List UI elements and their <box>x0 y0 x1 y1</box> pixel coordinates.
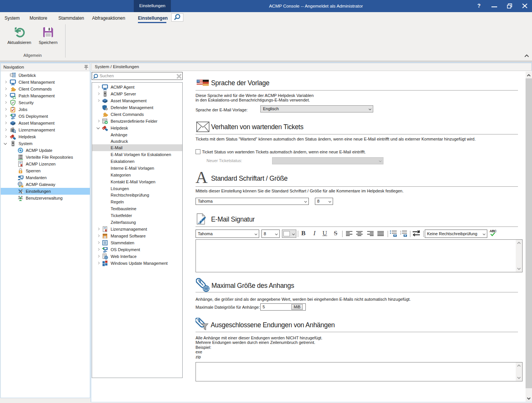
svg-text:2: 2 <box>400 233 401 235</box>
